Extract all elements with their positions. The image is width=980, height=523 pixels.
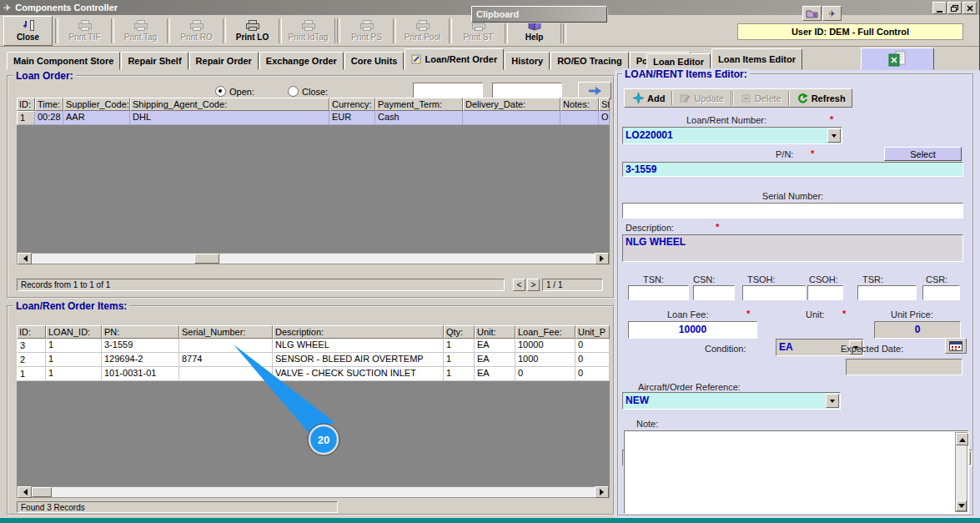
components-icon-button[interactable]: ✈ (822, 6, 842, 21)
restore-button[interactable] (947, 2, 962, 14)
toolbar-separator (111, 18, 114, 43)
column-header[interactable]: Supplier_Code: (63, 98, 130, 111)
note-vscrollbar[interactable] (955, 432, 967, 512)
csoh-input[interactable] (807, 285, 843, 300)
csn-input[interactable] (693, 285, 735, 300)
pn-field[interactable]: 3-1559 (622, 162, 963, 177)
description-field[interactable]: NLG WHEEL (622, 234, 963, 262)
go-button[interactable] (578, 82, 611, 99)
column-header[interactable]: Unit: (475, 325, 515, 339)
print-lo-button[interactable]: Print LO (229, 17, 276, 45)
tab-loan-editor[interactable]: Loan Editor (646, 53, 711, 70)
column-header[interactable]: Currency: (329, 98, 375, 111)
tsn-label: TSN: (643, 274, 664, 284)
tab-loan-rent-order[interactable]: Loan/Rent Order (405, 48, 504, 70)
toolbar-separator (337, 18, 340, 43)
close-button[interactable]: Close (3, 16, 53, 46)
loan-items-table-empty-area (17, 381, 610, 486)
dropdown-arrow-icon[interactable] (827, 128, 841, 143)
loan-items-title: Loan/Rent Order Items: (13, 300, 129, 312)
tab-core-units[interactable]: Core Units (344, 52, 405, 70)
csr-input[interactable] (922, 285, 960, 300)
column-header[interactable]: Description: (273, 325, 444, 339)
tab-history[interactable]: History (505, 52, 550, 70)
calendar-button[interactable] (945, 338, 967, 354)
page-next-button[interactable]: > (527, 279, 540, 291)
export-excel-button[interactable] (861, 48, 934, 70)
note-textarea[interactable] (624, 430, 969, 514)
loan-rent-number-combobox[interactable]: LO220001 (622, 127, 842, 144)
refresh-button[interactable]: Refresh (792, 90, 851, 106)
store-icon-button[interactable] (802, 6, 822, 21)
tab-repair-shelf[interactable]: Repair Shelf (121, 52, 188, 70)
column-header[interactable]: St (599, 98, 610, 111)
radio-close[interactable]: Close: (288, 86, 328, 97)
print-tif-button: Print TIF (61, 17, 108, 45)
left-arrow-icon (20, 255, 28, 262)
select-pn-button[interactable]: Select (884, 147, 962, 161)
mini-icon-bar: ✈ (802, 6, 842, 21)
tab-loan-items-editor[interactable]: Loan Items Editor (711, 48, 802, 70)
minimize-button[interactable] (932, 2, 947, 14)
printer-icon (134, 20, 148, 31)
dropdown-arrow-icon[interactable] (826, 394, 839, 408)
scroll-left-button[interactable] (18, 486, 32, 498)
loan-order-hscrollbar[interactable] (17, 253, 610, 264)
radio-open-circle[interactable] (215, 86, 226, 97)
filter-input-2[interactable] (492, 83, 562, 98)
scroll-thumb[interactable] (194, 254, 219, 264)
printer-icon (416, 20, 430, 31)
folder-icon (806, 9, 818, 18)
column-header[interactable]: Delivery_Date: (463, 98, 560, 111)
scroll-thumb[interactable] (32, 487, 52, 497)
csr-label: CSR: (926, 274, 947, 284)
radio-close-circle[interactable] (288, 86, 299, 97)
loan-fee-input[interactable]: 10000 (628, 321, 757, 339)
table-row[interactable]: 1 00:28 AAR DHL EUR Cash O (17, 111, 610, 125)
loan-order-header-row: ID: Time: Supplier_Code: Shipping_Agent_… (17, 98, 610, 111)
scroll-right-button[interactable] (595, 253, 609, 264)
serial-number-input[interactable] (622, 203, 963, 219)
expected-date-field[interactable] (846, 359, 962, 375)
tab-main-component-store[interactable]: Main Component Store (7, 52, 120, 70)
close-icon (967, 5, 973, 12)
column-header[interactable]: ID: (17, 98, 35, 111)
close-window-button[interactable] (962, 2, 977, 14)
column-header[interactable]: LOAN_ID: (46, 325, 102, 339)
loan-items-hscrollbar[interactable] (17, 486, 610, 498)
column-header[interactable]: Serial_Number: (179, 325, 273, 339)
column-header[interactable]: Loan_Fee: (515, 325, 575, 339)
page-prev-button[interactable]: < (513, 279, 525, 291)
toolbar-separator (788, 91, 790, 105)
radio-open[interactable]: Open: (215, 86, 254, 97)
tab-exchange-order[interactable]: Exchange Order (259, 52, 344, 70)
table-row[interactable]: 1 1 101-0031-01 VALVE - CHECK SUCTION IN… (17, 367, 610, 381)
column-header[interactable]: Unit_P (575, 325, 610, 339)
unit-price-field: 0 (874, 321, 961, 339)
clipboard-window[interactable]: Clipboard (471, 6, 607, 23)
column-header[interactable]: Payment_Term: (375, 98, 463, 111)
column-header[interactable]: Qty: (444, 325, 475, 339)
column-header[interactable]: Shipping_Agent_Code: (130, 98, 329, 111)
table-row[interactable]: 3 1 3-1559 NLG WHEEL 1 EA 10000 0 (17, 339, 610, 353)
tsoh-input[interactable] (742, 285, 806, 300)
main-tab-strip: Main Component Store Repair Shelf Repair… (7, 48, 691, 70)
scroll-right-button[interactable] (595, 486, 609, 498)
table-row[interactable]: 2 1 129694-2 8774 SENSOR - BLEED AIR OVE… (17, 353, 610, 367)
tab-ro-eo-tracing[interactable]: RO/EO Tracing (550, 52, 629, 70)
airplane-icon: ✈ (828, 9, 835, 18)
tsr-input[interactable] (857, 285, 917, 300)
add-button[interactable]: Add (628, 90, 670, 106)
scroll-down-button[interactable] (956, 500, 967, 511)
app-icon: ✈ (3, 3, 11, 13)
scroll-up-button[interactable] (956, 433, 968, 445)
condition-combobox[interactable]: NEW (622, 392, 841, 410)
column-header[interactable]: Notes: (560, 98, 599, 111)
tab-repair-order[interactable]: Repair Order (189, 52, 259, 70)
tsn-input[interactable] (628, 285, 689, 300)
column-header[interactable]: ID: (17, 325, 46, 339)
column-header[interactable]: PN: (102, 325, 179, 339)
scroll-left-button[interactable] (18, 253, 32, 264)
filter-input-1[interactable] (413, 83, 483, 98)
column-header[interactable]: Time: (35, 98, 63, 111)
